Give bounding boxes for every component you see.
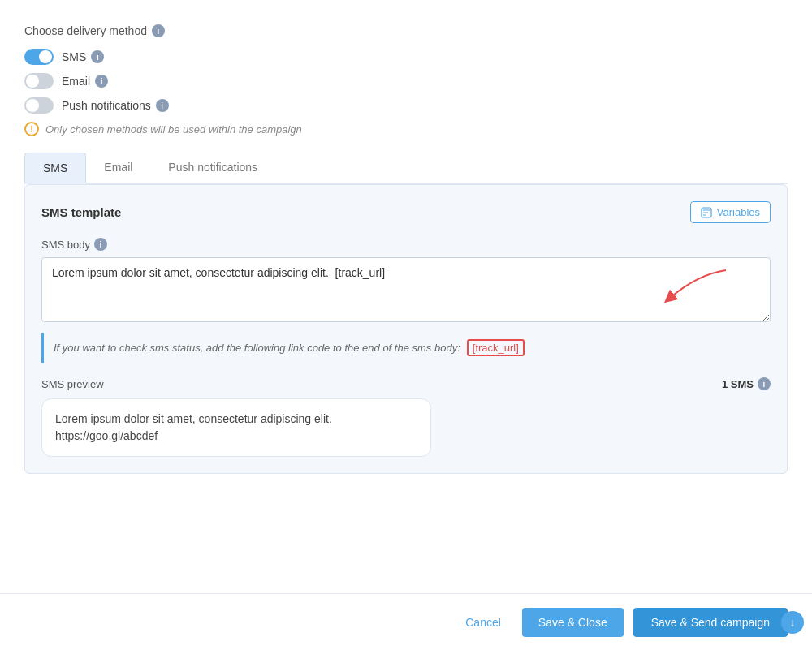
sms-count: 1 SMS i	[722, 377, 771, 390]
save-close-button[interactable]: Save & Close	[522, 608, 624, 637]
email-toggle-label: Email i	[62, 75, 108, 88]
notice-row: Only chosen methods will be used within …	[24, 122, 788, 136]
save-send-button[interactable]: Save & Send campaign	[633, 608, 788, 637]
card-title: SMS template	[41, 205, 121, 219]
push-toggle[interactable]	[24, 97, 54, 114]
email-toggle-row: Email i	[24, 73, 788, 89]
variables-button[interactable]: Variables	[690, 201, 771, 223]
sms-template-card: SMS template Variables SMS body i Lorem …	[24, 184, 788, 474]
textarea-wrapper: Lorem ipsum dolor sit amet, consectetur …	[41, 257, 771, 325]
cancel-button[interactable]: Cancel	[454, 609, 512, 635]
hint-block: If you want to check sms status, add the…	[41, 333, 771, 363]
sms-body-textarea[interactable]: Lorem ipsum dolor sit amet, consectetur …	[41, 257, 771, 322]
tab-email[interactable]: Email	[86, 153, 150, 184]
sms-body-label: SMS body	[41, 239, 90, 251]
push-toggle-label: Push notifications i	[62, 99, 169, 112]
sms-count-text: 1 SMS	[722, 378, 754, 390]
tabs-row: SMS Email Push notifications	[24, 153, 788, 184]
preview-line2: https://goo.gl/abcdef	[55, 428, 417, 445]
email-toggle[interactable]	[24, 73, 54, 89]
notice-icon	[24, 122, 39, 136]
track-url-badge[interactable]: [track_url]	[467, 339, 525, 356]
sms-toggle[interactable]	[24, 49, 54, 65]
preview-bubble: Lorem ipsum dolor sit amet, consectetur …	[41, 398, 431, 457]
preview-label: SMS preview	[41, 378, 104, 390]
hint-text: If you want to check sms status, add the…	[54, 342, 460, 354]
page-container: Choose delivery method i SMS i Email i P…	[0, 0, 812, 555]
sms-count-info-icon[interactable]: i	[758, 377, 771, 390]
delivery-section-title: Choose delivery method i	[24, 24, 788, 37]
sms-info-icon[interactable]: i	[91, 50, 104, 63]
preview-header: SMS preview 1 SMS i	[41, 377, 771, 390]
push-label-text: Push notifications	[62, 99, 151, 112]
scroll-indicator[interactable]: ↓	[781, 611, 804, 634]
delivery-title-text: Choose delivery method	[24, 24, 147, 37]
sms-label-text: SMS	[62, 50, 86, 63]
sms-body-info-icon[interactable]: i	[94, 238, 107, 251]
email-label-text: Email	[62, 75, 90, 88]
tab-sms[interactable]: SMS	[24, 153, 86, 184]
card-header: SMS template Variables	[41, 201, 771, 223]
email-info-icon[interactable]: i	[95, 75, 108, 88]
footer: Cancel Save & Close Save & Send campaign	[0, 593, 812, 650]
sms-toggle-row: SMS i	[24, 49, 788, 65]
push-info-icon[interactable]: i	[156, 99, 169, 112]
tab-push[interactable]: Push notifications	[150, 153, 275, 184]
notice-text: Only chosen methods will be used within …	[45, 123, 302, 136]
delivery-info-icon[interactable]: i	[152, 24, 165, 37]
sms-body-label-row: SMS body i	[41, 238, 771, 251]
push-toggle-row: Push notifications i	[24, 97, 788, 114]
sms-toggle-label: SMS i	[62, 50, 104, 63]
variables-icon	[701, 207, 712, 218]
variables-btn-label: Variables	[717, 206, 760, 218]
preview-line1: Lorem ipsum dolor sit amet, consectetur …	[55, 411, 417, 428]
